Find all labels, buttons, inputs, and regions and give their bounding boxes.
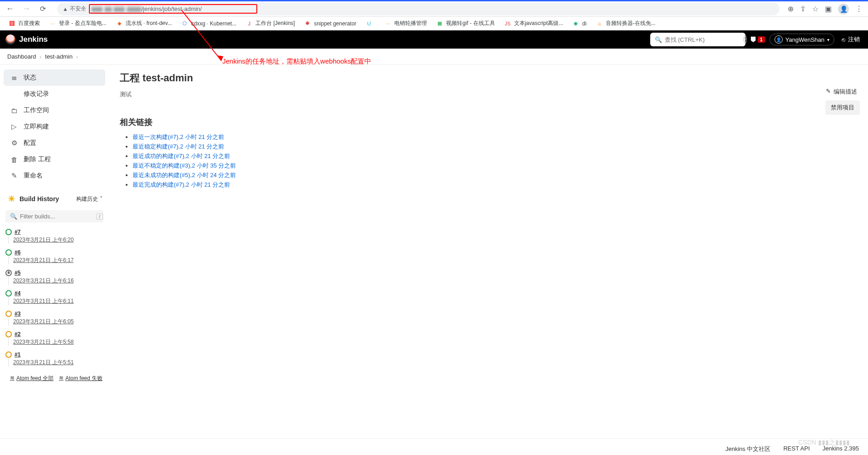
profile-avatar[interactable]: 👤 (838, 4, 849, 15)
bookmark-item[interactable]: ⬡cdxxg · Kubernet... (177, 18, 240, 29)
build-filter[interactable]: 🔍 / (5, 210, 103, 223)
build-date[interactable]: 2023年3月21日 上午6:11 (8, 297, 103, 305)
build-number[interactable]: #6 (15, 249, 20, 256)
bookmark-icon: ◆ (116, 20, 123, 27)
chrome-search-icon[interactable]: ⊕ (788, 5, 794, 13)
footer-community-link[interactable]: Jenkins 中文社区 (726, 445, 771, 453)
sidebar-item-icon: ⚙ (10, 139, 18, 147)
build-date[interactable]: 2023年3月21日 上午6:05 (8, 318, 103, 326)
forward-button[interactable]: → (20, 4, 33, 14)
search-input[interactable] (665, 36, 741, 43)
build-history-title: Build History (20, 195, 59, 203)
breadcrumb-item[interactable]: Dashboard (5, 53, 39, 60)
build-number[interactable]: #7 (15, 229, 20, 235)
related-link[interactable]: 最近稳定构建(#7),2 小时 21 分之前 (132, 143, 224, 150)
sidebar-item[interactable]: 🗀工作空间 (4, 102, 105, 119)
address-bar[interactable]: ▲ 不安全 ▮▮▮ ▮▮ ▮▮▮ ▮▮▮▮/jenkins/job/test-a… (57, 3, 780, 15)
bookmark-item[interactable]: ♫音频转换器-在线免... (592, 18, 659, 29)
build-entry[interactable]: #42023年3月21日 上午6:11 (5, 288, 103, 309)
slash-shortcut: / (96, 213, 103, 220)
browser-toolbar: ← → ⟳ ▲ 不安全 ▮▮▮ ▮▮ ▮▮▮ ▮▮▮▮/jenkins/job/… (0, 1, 868, 17)
sidebar-item[interactable]: ≣状态 (4, 69, 105, 86)
search-help-icon[interactable]: ? (744, 35, 747, 44)
logout-icon: ⎋ (842, 36, 845, 43)
build-entry[interactable]: #32023年3月21日 上午6:05 (5, 309, 103, 329)
extensions-icon[interactable]: ▣ (825, 5, 832, 13)
url-annotation-box: ▮▮▮ ▮▮ ▮▮▮ ▮▮▮▮/jenkins/job/test-admin/ (89, 4, 257, 14)
sidebar-item[interactable]: ✎重命名 (4, 168, 105, 184)
build-number[interactable]: #2 (15, 331, 20, 337)
build-number[interactable]: #3 (15, 311, 20, 317)
bookmark-icon: ▦ (436, 20, 443, 27)
atom-feed-all[interactable]: ≋Atom feed 全部 (10, 375, 54, 382)
bookmark-item[interactable]: U (362, 18, 379, 29)
star-icon[interactable]: ☆ (812, 5, 819, 13)
bookmark-item[interactable]: ···电销轮播管理 (381, 18, 431, 29)
sidebar-item-label: 删除 工程 (24, 155, 51, 163)
sidebar-item[interactable]: ▷立即构建 (4, 119, 105, 135)
back-button[interactable]: ← (4, 4, 16, 14)
url-visible-part: /jenkins/job/test-admin/ (142, 5, 202, 12)
user-menu[interactable]: 👤 YangWenShan ▾ (770, 34, 834, 45)
sidebar-item-icon: ▷ (10, 123, 18, 131)
username-label: YangWenShan (785, 36, 824, 43)
build-date[interactable]: 2023年3月21日 上午5:58 (8, 338, 103, 346)
sidebar: ≣状态修改记录🗀工作空间▷立即构建⚙配置🗑删除 工程✎重命名 ✳ Build H… (0, 65, 109, 438)
sidebar-item-icon: ≣ (10, 74, 18, 82)
build-entry[interactable]: #72023年3月21日 上午6:20 (5, 227, 103, 247)
build-date[interactable]: 2023年3月21日 上午6:20 (8, 236, 103, 244)
bookmark-item[interactable]: JS文本javascript高级... (500, 18, 567, 29)
build-date[interactable]: 2023年3月21日 上午6:17 (8, 257, 103, 264)
breadcrumb-item[interactable]: test-admin (42, 53, 75, 60)
footer-version: Jenkins 2.395 (823, 445, 859, 453)
bookmark-item[interactable]: J工作台 [Jenkins] (242, 18, 299, 29)
build-date[interactable]: 2023年3月21日 上午5:51 (8, 359, 103, 366)
reload-button[interactable]: ⟳ (36, 5, 49, 13)
related-link[interactable]: 最近成功的构建(#7),2 小时 21 分之前 (132, 153, 230, 159)
sidebar-item[interactable]: 修改记录 (4, 86, 105, 102)
bookmark-item[interactable]: ▦视频转gif - 在线工具 (432, 18, 498, 29)
edit-description-button[interactable]: ✎ 编辑描述 (826, 88, 857, 96)
bookmark-label: snippet generator (314, 20, 356, 27)
related-link[interactable]: 最近不稳定的构建(#3),2 小时 35 分之前 (132, 162, 236, 169)
atom-feed-fail[interactable]: ≋Atom feed 失败 (59, 375, 103, 382)
bookmark-item[interactable]: ❋snippet generator (300, 18, 360, 29)
related-link-item: 最近一次构建(#7),2 小时 21 分之前 (132, 133, 857, 141)
build-entry[interactable]: #52023年3月21日 上午6:16 (5, 268, 103, 288)
logout-button[interactable]: ⎋ 注销 (839, 35, 863, 44)
build-filter-input[interactable] (20, 213, 96, 220)
related-link[interactable]: 最近一次构建(#7),2 小时 21 分之前 (132, 134, 224, 140)
sidebar-item[interactable]: 🗑删除 工程 (4, 151, 105, 168)
bookmark-item[interactable]: ◉di (569, 18, 590, 29)
footer: Jenkins 中文社区 REST API Jenkins 2.395 (0, 438, 868, 455)
related-link[interactable]: 最近未成功的构建(#5),2 小时 24 分之前 (132, 172, 236, 178)
alerts-badge[interactable]: ⛊ 1 (750, 36, 765, 44)
footer-rest-api-link[interactable]: REST API (783, 445, 809, 453)
bookmark-icon: J (245, 20, 253, 27)
chrome-menu-icon[interactable]: ⋮ (855, 5, 863, 13)
sidebar-item-icon (10, 90, 18, 98)
build-entry[interactable]: #22023年3月21日 上午5:58 (5, 329, 103, 350)
build-number[interactable]: #4 (15, 290, 20, 297)
disable-project-button[interactable]: 禁用项目 (825, 100, 860, 115)
page-title: 工程 test-admin (120, 71, 857, 85)
related-link-item: 最近成功的构建(#7),2 小时 21 分之前 (132, 152, 857, 160)
sidebar-item[interactable]: ⚙配置 (4, 135, 105, 151)
search-box[interactable]: 🔍 ? (650, 33, 745, 46)
build-entry[interactable]: #12023年3月21日 上午5:51 (5, 350, 103, 370)
jenkins-logo[interactable]: Jenkins (5, 35, 48, 45)
build-history-dropdown[interactable]: 构建历史 ˅ (76, 195, 103, 203)
bookmark-item[interactable]: ◆流水线 · front-dev... (112, 18, 176, 29)
related-links-list: 最近一次构建(#7),2 小时 21 分之前最近稳定构建(#7),2 小时 21… (120, 133, 857, 189)
bookmark-item[interactable]: 🅱百度搜索 (5, 18, 44, 29)
bookmark-icon: ··· (384, 20, 392, 27)
build-number[interactable]: #1 (15, 351, 20, 358)
build-number[interactable]: #5 (15, 270, 20, 276)
project-description: 测试 (120, 90, 857, 99)
build-entry[interactable]: #62023年3月21日 上午6:17 (5, 247, 103, 268)
build-date[interactable]: 2023年3月21日 上午6:16 (8, 277, 103, 285)
build-status-icon (5, 331, 12, 337)
related-link[interactable]: 最近完成的构建(#7),2 小时 21 分之前 (132, 181, 230, 188)
bookmark-item[interactable]: ···登录 - 盈点车险电... (45, 18, 110, 29)
share-icon[interactable]: ⇪ (800, 5, 806, 13)
